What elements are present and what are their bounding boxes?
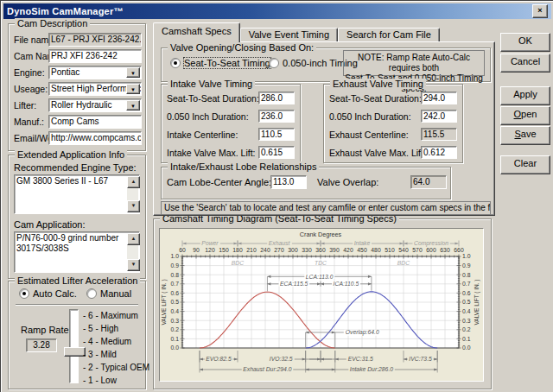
timing-diagram-group: Camshaft Timing Diagram (Seat-To-Seat Ti… bbox=[153, 218, 492, 389]
useage-field[interactable]: Street High Performance▼ bbox=[48, 82, 142, 96]
svg-text:240: 240 bbox=[260, 247, 270, 253]
useage-label: Useage: bbox=[14, 84, 48, 94]
separator bbox=[16, 304, 138, 306]
camshaft-timing-chart: 6090120150180210240270300330360390420450… bbox=[160, 229, 485, 383]
auto-calc-radio[interactable]: Auto Calc. bbox=[19, 288, 77, 299]
ramp-rate-slider-track[interactable] bbox=[69, 309, 79, 383]
intake-seat-duration-label: Seat-To-Seat Duration: bbox=[167, 93, 259, 104]
exhaust-centerline-field: 115.5 bbox=[421, 128, 457, 141]
ok-button[interactable]: OK bbox=[500, 33, 550, 52]
tab-bar: Camshaft SpecsValve Event TimingSearch f… bbox=[153, 25, 440, 42]
scroll-up-icon[interactable]: ▲ bbox=[127, 176, 140, 188]
svg-text:EVO:82.5: EVO:82.5 bbox=[206, 356, 232, 362]
slider-scale-label: - 2 - Typical OEM bbox=[83, 363, 149, 372]
file-name-value: L67 - PRJ XFI 236-242.cam bbox=[51, 35, 142, 44]
svg-text:150: 150 bbox=[219, 247, 229, 253]
intake-centerline-field[interactable]: 110.5 bbox=[258, 128, 295, 141]
seat-to-seat-timing-radio[interactable]: Seat-To-Seat Timing bbox=[170, 58, 270, 68]
svg-text:390: 390 bbox=[329, 247, 340, 253]
titlebar: DynoSim CamManager™ × bbox=[3, 3, 551, 19]
radio-dot-icon bbox=[86, 288, 97, 299]
cam-application-scrollbar[interactable]: ▲ ▼ bbox=[127, 233, 138, 271]
svg-text:EVC:31.5: EVC:31.5 bbox=[348, 356, 373, 362]
svg-text:1.0: 1.0 bbox=[171, 253, 180, 259]
engine-value: Pontiac bbox=[51, 67, 79, 77]
cam-lobe-center-angle-field[interactable]: 113.0 bbox=[270, 175, 307, 189]
lobe-relationships-group: Intake/Exhaust Lobe Relationships Cam Lo… bbox=[161, 167, 451, 199]
svg-text:Intake: Intake bbox=[354, 240, 371, 246]
intake-050-duration-field[interactable]: 236.0 bbox=[258, 110, 295, 123]
svg-text:360: 360 bbox=[315, 247, 326, 253]
manual-radio[interactable]: Manual bbox=[86, 288, 131, 299]
open-button[interactable]: Open bbox=[500, 106, 550, 125]
cam-description-group-title: Cam Description bbox=[15, 18, 90, 28]
tab-search-for-cam-file[interactable]: Search for Cam File bbox=[338, 28, 440, 42]
svg-text:Overlap:64.0: Overlap:64.0 bbox=[346, 329, 379, 336]
tab-camshaft-specs[interactable]: Camshaft Specs bbox=[153, 22, 240, 42]
camshaft-specs-tab-pane: Valve Opening/Closing Based On: Seat-To-… bbox=[153, 41, 495, 216]
svg-text:IVO:32.5: IVO:32.5 bbox=[270, 356, 293, 362]
engine-type-scrollbar[interactable]: ▲ ▼ bbox=[127, 176, 138, 212]
exhaust-valve-timing-group: Exhaust Valve Timing Seat-To-Seat Durati… bbox=[323, 84, 463, 163]
note-line-1: NOTE: Ramp Rate Auto-Calc requires both bbox=[344, 53, 484, 73]
exhaust-050-duration-label: 0.050 Inch Duration: bbox=[329, 111, 411, 122]
engine-type-textarea[interactable]: GM 3800 Series II - L67 ▲ ▼ bbox=[14, 174, 140, 214]
dropdown-arrow-icon[interactable]: ▼ bbox=[126, 100, 140, 111]
manuf-label: Manuf.: bbox=[14, 117, 44, 127]
lifter-value: Roller Hydraulic bbox=[51, 100, 112, 110]
svg-text:0.5: 0.5 bbox=[171, 299, 180, 305]
intake-seat-duration-field[interactable]: 286.0 bbox=[258, 92, 295, 104]
cam-name-field[interactable]: PRJ XFI 236-242 bbox=[48, 49, 142, 63]
ramp-rate-value: 3.28 bbox=[26, 338, 57, 352]
intake-max-lift-field[interactable]: 0.615 bbox=[258, 146, 295, 159]
slider-scale-label: - 3 - Mild bbox=[83, 350, 117, 359]
svg-text:0.9: 0.9 bbox=[171, 262, 180, 269]
scroll-down-icon[interactable]: ▼ bbox=[127, 200, 140, 212]
ramp-rate-label: Ramp Rate: bbox=[21, 325, 72, 335]
exhaust-050-duration-field[interactable]: 242.0 bbox=[421, 110, 457, 123]
exhaust-seat-duration-field[interactable]: 294.0 bbox=[421, 92, 457, 104]
svg-text:180: 180 bbox=[232, 247, 243, 253]
cam-application-text: P/N76-000-9 grind number 3017S/3038S bbox=[16, 233, 126, 271]
close-button[interactable]: × bbox=[532, 4, 548, 18]
search-hint-text: Use the 'Search' tab to locate and test … bbox=[161, 201, 491, 215]
intake-max-lift-label: Intake Valve Max. Lift: bbox=[167, 148, 256, 158]
lifter-acceleration-group: Estimated Lifter Acceleration Auto Calc.… bbox=[8, 281, 146, 389]
svg-text:0.2: 0.2 bbox=[171, 326, 180, 332]
extended-application-info-group: Extended Application Info Recommended En… bbox=[8, 155, 146, 279]
exhaust-timing-group-title: Exhaust Valve Timing bbox=[330, 79, 426, 89]
slider-scale-label: - 4 - Medium bbox=[83, 337, 131, 346]
timing-diagram-panel: 6090120150180210240270300330360390420450… bbox=[159, 228, 484, 382]
apply-button[interactable]: Apply bbox=[500, 86, 550, 105]
window-title: DynoSim CamManager™ bbox=[7, 6, 124, 16]
tab-valve-event-timing[interactable]: Valve Event Timing bbox=[240, 28, 338, 42]
cam-application-textarea[interactable]: P/N76-000-9 grind number 3017S/3038S ▲ ▼ bbox=[14, 231, 140, 273]
close-icon: × bbox=[537, 6, 542, 15]
lobe-relationships-group-title: Intake/Exhaust Lobe Relationships bbox=[168, 161, 319, 172]
svg-text:0.6: 0.6 bbox=[171, 290, 180, 296]
clear-button[interactable]: Clear bbox=[500, 155, 550, 174]
svg-text:Crank Degrees: Crank Degrees bbox=[300, 231, 342, 238]
radio-dot-icon bbox=[19, 288, 29, 299]
svg-text:0.4: 0.4 bbox=[171, 308, 180, 314]
engine-field[interactable]: Pontiac▼ bbox=[48, 66, 142, 79]
save-button[interactable]: Save bbox=[500, 126, 550, 145]
cancel-button[interactable]: Cancel bbox=[500, 54, 550, 73]
manuf-field[interactable]: Comp Cams bbox=[48, 115, 142, 129]
scroll-up-icon[interactable]: ▲ bbox=[127, 233, 140, 245]
dropdown-arrow-icon[interactable]: ▼ bbox=[126, 84, 140, 94]
lifter-field[interactable]: Roller Hydraulic▼ bbox=[48, 98, 142, 112]
svg-text:ECA:115.5: ECA:115.5 bbox=[280, 281, 308, 287]
svg-text:LCA:113.0: LCA:113.0 bbox=[306, 274, 334, 280]
dropdown-arrow-icon[interactable]: ▼ bbox=[126, 67, 140, 78]
scroll-down-icon[interactable]: ▼ bbox=[127, 259, 140, 271]
svg-text:Exhaust Dur:294.0: Exhaust Dur:294.0 bbox=[243, 366, 292, 372]
ramp-rate-note: NOTE: Ramp Rate Auto-Calc requires both … bbox=[343, 50, 485, 76]
svg-text:BDC: BDC bbox=[397, 260, 410, 266]
valve-overlap-label: Valve Overlap: bbox=[317, 177, 378, 187]
svg-text:0.6: 0.6 bbox=[462, 290, 471, 296]
svg-text:ICA:110.5: ICA:110.5 bbox=[334, 281, 359, 287]
email-web-field[interactable]: http://www.compcams.com bbox=[48, 131, 142, 145]
engine-type-text: GM 3800 Series II - L67 bbox=[16, 176, 126, 212]
exhaust-max-lift-field[interactable]: 0.612 bbox=[421, 146, 457, 159]
